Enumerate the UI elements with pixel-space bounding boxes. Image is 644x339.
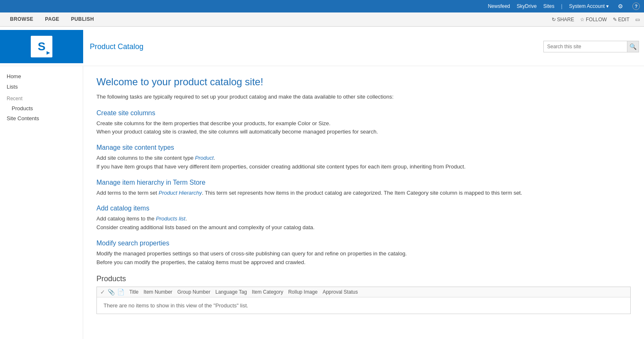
nav-item-lists[interactable]: Lists [0,82,83,92]
text-period: . [185,215,187,222]
view-button[interactable]: ▭ [635,17,640,22]
tab-page[interactable]: PAGE [39,14,65,25]
text-before-product: Add site columns to the site content typ… [96,155,195,161]
site-title: Product Catalog [90,42,143,51]
col-icons: ✓ 📎 📄 [100,289,124,295]
ribbon-tabs: BROWSE PAGE PUBLISH [4,14,100,25]
help-icon[interactable]: ? [632,2,640,10]
modify-search-properties-link[interactable]: Modify search properties [96,240,631,247]
products-table-header: ✓ 📎 📄 Title Item Number Group Number Lan… [97,287,630,297]
text-before-hierarchy: Add terms to the term set [96,190,159,196]
create-site-columns-text: Create site columns for the item propert… [96,119,631,137]
col-approval-status[interactable]: Approval Status [323,289,358,295]
col-group-number[interactable]: Group Number [178,289,210,295]
nav-sub-item-products[interactable]: Products [0,104,83,113]
nav-item-site-contents[interactable]: Site Contents [0,113,83,124]
top-nav-links: Newsfeed SkyDrive Sites | System Account… [488,2,640,10]
product-hierarchy-inline-link[interactable]: Product Hierarchy [159,190,202,196]
follow-button[interactable]: ☆ FOLLOW [580,17,607,22]
ribbon: BROWSE PAGE PUBLISH ↻ SHARE ☆ FOLLOW ✎ E… [0,12,644,27]
separator: | [561,3,563,9]
skydrive-link[interactable]: SkyDrive [517,3,537,9]
col-rollup-image[interactable]: Rollup Image [288,289,318,295]
products-list-inline-link[interactable]: Products list [156,215,185,222]
modify-search-properties-text: Modify the managed properties settings s… [96,250,631,267]
edit-button[interactable]: ✎ EDIT [613,17,629,22]
col-item-number[interactable]: Item Number [143,289,172,295]
product-inline-link[interactable]: Product [195,155,214,161]
add-catalog-items-text: Add catalog items to the Products list. … [96,215,631,232]
sites-link[interactable]: Sites [543,3,555,9]
manage-item-hierarchy-text: Add terms to the term set Product Hierar… [96,189,631,198]
products-section-title: Products [96,275,631,283]
paperclip-icon: 📎 [108,289,115,295]
search-area: 🔍 [543,41,639,52]
check-icon: ✓ [100,289,105,295]
col-title[interactable]: Title [129,289,138,295]
search-button[interactable]: 🔍 [627,41,639,52]
tab-publish[interactable]: PUBLISH [65,14,100,25]
left-nav: Home Lists Recent Products Site Contents [0,66,83,339]
create-site-columns-link[interactable]: Create site columns [96,109,631,117]
search-input[interactable] [544,41,627,52]
header-area: S Product Catalog 🔍 [0,27,644,66]
manage-site-content-types-text: Add site columns to the site content typ… [96,154,631,171]
manage-item-hierarchy-link[interactable]: Manage item hierarchy in Term Store [96,179,631,186]
add-catalog-items-link[interactable]: Add catalog items [96,205,631,212]
share-button[interactable]: ↻ SHARE [552,17,574,22]
nav-item-home[interactable]: Home [0,71,83,82]
logo-s-icon: S [31,36,52,57]
col-language-tag[interactable]: Language Tag [215,289,247,295]
products-table: ✓ 📎 📄 Title Item Number Group Number Lan… [96,287,631,314]
main-layout: Home Lists Recent Products Site Contents… [0,66,644,339]
account-dropdown[interactable]: System Account ▾ [569,3,609,9]
text-after-product: . [214,155,215,161]
site-logo: S [0,30,83,63]
col-item-category[interactable]: Item Category [252,289,283,295]
doc-icon: 📄 [117,289,124,295]
page-title: Welcome to your product catalog site! [96,76,631,88]
content-area: Welcome to your product catalog site! Th… [83,66,644,339]
top-nav-bar: Newsfeed SkyDrive Sites | System Account… [0,0,644,12]
site-title-area: Product Catalog [83,42,543,51]
settings-icon[interactable]: ⚙ [618,3,623,10]
search-box: 🔍 [543,41,639,52]
ribbon-actions: ↻ SHARE ☆ FOLLOW ✎ EDIT ▭ [552,17,640,22]
text-before-products-list: Add catalog items to the [96,215,156,222]
page-intro: The following tasks are typically requir… [96,93,631,101]
newsfeed-link[interactable]: Newsfeed [488,3,510,9]
nav-recent-label: Recent [0,94,83,104]
tab-browse[interactable]: BROWSE [4,14,39,25]
text-after-hierarchy: . This term set represents how items in … [202,190,523,196]
manage-site-content-types-link[interactable]: Manage site content types [96,144,631,151]
products-table-empty: There are no items to show in this view … [97,297,630,314]
